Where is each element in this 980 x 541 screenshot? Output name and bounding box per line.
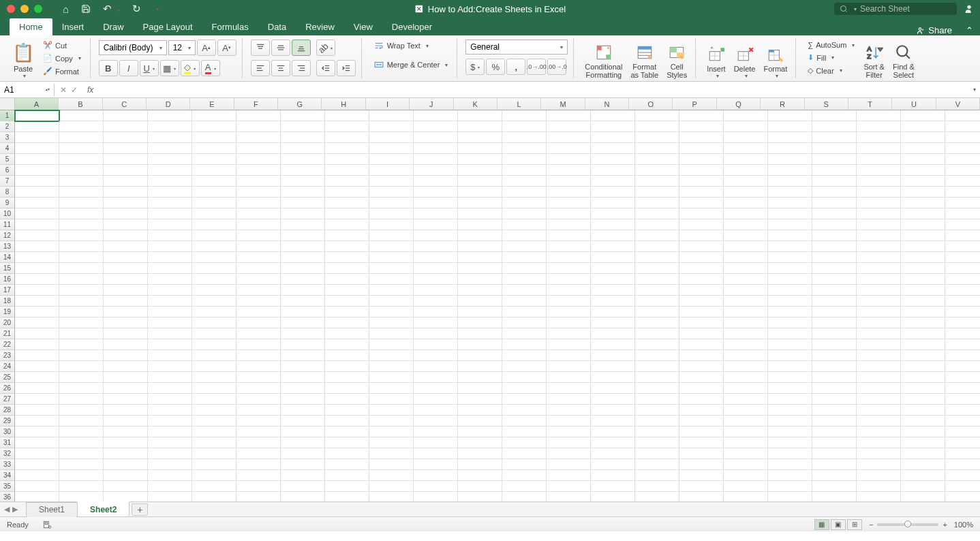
cell[interactable] — [148, 296, 192, 307]
row-header[interactable]: 20 — [0, 318, 15, 328]
cell[interactable] — [59, 437, 104, 448]
cell[interactable] — [104, 121, 148, 132]
cell[interactable] — [148, 274, 192, 285]
cell[interactable] — [591, 154, 635, 165]
cell[interactable] — [502, 219, 547, 230]
cell[interactable] — [59, 187, 104, 198]
cell[interactable] — [547, 263, 591, 274]
cell[interactable] — [724, 263, 768, 274]
cell[interactable] — [635, 187, 679, 198]
row-header[interactable]: 16 — [0, 274, 15, 285]
cell[interactable] — [901, 274, 945, 285]
cell[interactable] — [236, 143, 281, 154]
cell[interactable] — [547, 328, 591, 339]
cell[interactable] — [325, 176, 369, 187]
cell[interactable] — [414, 328, 458, 339]
cell[interactable] — [502, 350, 547, 361]
cell[interactable] — [59, 132, 104, 143]
cell[interactable] — [635, 154, 679, 165]
row-header[interactable]: 36 — [0, 492, 15, 501]
cell[interactable] — [104, 328, 148, 339]
zoom-in-button[interactable]: + — [943, 521, 947, 529]
cell[interactable] — [414, 208, 458, 219]
cell[interactable] — [502, 154, 547, 165]
cell[interactable] — [104, 285, 148, 296]
cell[interactable] — [236, 230, 281, 241]
cell[interactable] — [724, 405, 768, 416]
cell[interactable] — [236, 208, 281, 219]
cell[interactable] — [945, 143, 980, 154]
sheet-tab-sheet1[interactable]: Sheet1 — [26, 502, 78, 517]
cell[interactable] — [15, 405, 59, 416]
cell[interactable] — [857, 361, 901, 372]
cell[interactable] — [679, 307, 724, 318]
cell[interactable] — [502, 274, 547, 285]
cell[interactable] — [768, 208, 812, 219]
cell[interactable] — [458, 481, 502, 492]
cell[interactable] — [768, 274, 812, 285]
cell[interactable] — [325, 285, 369, 296]
formula-input[interactable] — [97, 85, 969, 95]
macro-record-icon[interactable] — [42, 520, 52, 529]
cell[interactable] — [325, 208, 369, 219]
cell[interactable] — [724, 339, 768, 350]
cell[interactable] — [104, 307, 148, 318]
cell[interactable] — [857, 372, 901, 383]
cell[interactable] — [236, 394, 281, 405]
cell[interactable] — [192, 121, 236, 132]
cell[interactable] — [369, 219, 414, 230]
tab-page-layout[interactable]: Page Layout — [134, 18, 202, 35]
cell[interactable] — [458, 328, 502, 339]
format-as-table-button[interactable]: Formatas Table — [628, 40, 661, 80]
minimize-window-button[interactable] — [20, 5, 29, 13]
cell[interactable] — [148, 121, 192, 132]
cell[interactable] — [945, 405, 980, 416]
cell[interactable] — [945, 492, 980, 501]
cell[interactable] — [458, 187, 502, 198]
cell[interactable] — [591, 230, 635, 241]
cell[interactable] — [724, 383, 768, 394]
cell[interactable] — [901, 328, 945, 339]
cell[interactable] — [502, 252, 547, 263]
cell[interactable] — [148, 187, 192, 198]
cell[interactable] — [369, 132, 414, 143]
cell[interactable] — [679, 470, 724, 481]
find-select-button[interactable]: Find &Select — [890, 40, 917, 80]
cell[interactable] — [768, 285, 812, 296]
cell[interactable] — [857, 470, 901, 481]
cell[interactable] — [635, 230, 679, 241]
cell[interactable] — [635, 492, 679, 501]
cell[interactable] — [945, 416, 980, 427]
row-header[interactable]: 3 — [0, 132, 15, 143]
cell[interactable] — [236, 416, 281, 427]
cell[interactable] — [236, 176, 281, 187]
cell[interactable] — [768, 241, 812, 252]
cell[interactable] — [768, 165, 812, 176]
cell[interactable] — [945, 285, 980, 296]
column-header[interactable]: L — [497, 98, 541, 110]
row-header[interactable]: 17 — [0, 285, 15, 296]
accounting-format-button[interactable]: $ ▾ — [465, 59, 485, 75]
cell[interactable] — [591, 219, 635, 230]
cell[interactable] — [812, 121, 857, 132]
cell[interactable] — [236, 350, 281, 361]
cell[interactable] — [369, 165, 414, 176]
cell[interactable] — [192, 296, 236, 307]
cell[interactable] — [591, 437, 635, 448]
cell[interactable] — [724, 318, 768, 328]
cell[interactable] — [591, 143, 635, 154]
cell[interactable] — [901, 361, 945, 372]
cell[interactable] — [236, 241, 281, 252]
cell[interactable] — [104, 230, 148, 241]
cell[interactable] — [236, 470, 281, 481]
cell[interactable] — [502, 263, 547, 274]
cell[interactable] — [724, 459, 768, 470]
cell[interactable] — [502, 296, 547, 307]
cell[interactable] — [768, 154, 812, 165]
row-header[interactable]: 14 — [0, 252, 15, 263]
cell[interactable] — [857, 176, 901, 187]
cell[interactable] — [901, 448, 945, 459]
cell[interactable] — [325, 481, 369, 492]
cell[interactable] — [812, 350, 857, 361]
cell[interactable] — [192, 110, 236, 121]
